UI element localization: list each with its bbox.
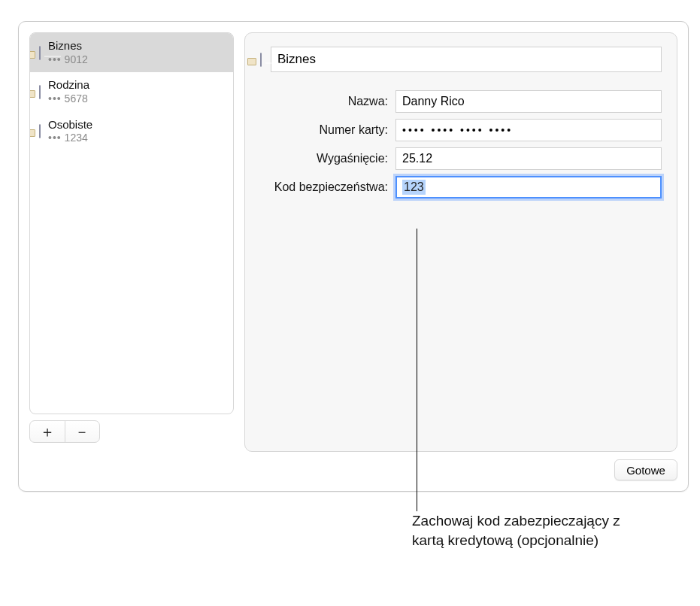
card-form: Nazwa: Numer karty: Wygaśnięcie: Kod bez… bbox=[260, 90, 662, 198]
done-button[interactable]: Gotowe bbox=[614, 459, 677, 480]
plus-icon: ＋ bbox=[40, 424, 55, 439]
expiry-label: Wygaśnięcie: bbox=[260, 152, 388, 165]
callout-text: Zachowaj kod zabezpieczający z kartą kre… bbox=[412, 511, 638, 550]
card-item-osobiste[interactable]: Osobiste ••• 1234 bbox=[30, 112, 233, 151]
card-item-title: Biznes bbox=[48, 39, 88, 53]
card-item-texts: Rodzina ••• 5678 bbox=[48, 78, 89, 105]
card-title-input[interactable] bbox=[271, 47, 662, 72]
add-button[interactable]: ＋ bbox=[30, 421, 65, 442]
minus-icon: － bbox=[74, 424, 89, 439]
add-remove-control: ＋ － bbox=[29, 420, 100, 443]
credit-card-icon bbox=[39, 86, 41, 98]
cards-list: Biznes ••• 9012 Rodzina ••• 5678 bbox=[29, 32, 234, 414]
name-field[interactable] bbox=[395, 90, 662, 113]
credit-card-icon bbox=[39, 125, 41, 138]
security-code-field[interactable]: 123 bbox=[395, 176, 662, 198]
card-item-rodzina[interactable]: Rodzina ••• 5678 bbox=[30, 72, 233, 111]
card-number-field[interactable] bbox=[395, 119, 662, 141]
name-label: Nazwa: bbox=[260, 95, 388, 108]
card-item-title: Rodzina bbox=[48, 78, 89, 92]
card-item-title: Osobiste bbox=[48, 118, 92, 132]
card-number-label: Numer karty: bbox=[260, 123, 388, 137]
sidebar: Biznes ••• 9012 Rodzina ••• 5678 bbox=[29, 32, 234, 452]
content-area: Biznes ••• 9012 Rodzina ••• 5678 bbox=[19, 22, 688, 452]
credit-card-icon bbox=[39, 47, 41, 59]
security-code-value: 123 bbox=[402, 180, 426, 195]
expiry-field[interactable] bbox=[395, 147, 662, 170]
security-code-label: Kod bezpieczeństwa: bbox=[260, 180, 388, 194]
preferences-window: Biznes ••• 9012 Rodzina ••• 5678 bbox=[18, 21, 689, 492]
card-item-biznes[interactable]: Biznes ••• 9012 bbox=[30, 33, 233, 72]
detail-panel: Nazwa: Numer karty: Wygaśnięcie: Kod bez… bbox=[244, 32, 677, 452]
callout-leader-line bbox=[417, 229, 417, 511]
footer: Gotowe bbox=[19, 452, 688, 491]
card-item-texts: Biznes ••• 9012 bbox=[48, 39, 88, 66]
card-item-texts: Osobiste ••• 1234 bbox=[48, 118, 92, 145]
credit-card-icon bbox=[260, 53, 262, 66]
remove-button[interactable]: － bbox=[65, 421, 100, 442]
